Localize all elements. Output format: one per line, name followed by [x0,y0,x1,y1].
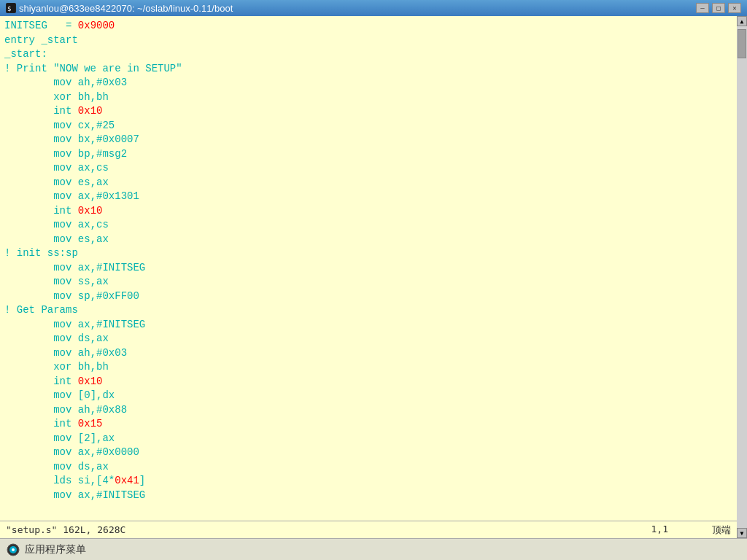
code-editor[interactable]: INITSEG = 0x9000entry _start_start:! Pri… [0,16,737,521]
minimize-button[interactable]: — [696,3,709,13]
scrollbar-thumb[interactable] [738,29,746,58]
editor-area: INITSEG = 0x9000entry _start_start:! Pri… [0,16,737,538]
taskbar-label[interactable]: 应用程序菜单 [25,543,86,556]
code-line: mov cx,#25 [4,119,732,133]
code-line: mov es,ax [4,176,732,190]
terminal-icon: $ [6,3,16,13]
code-line: mov bx,#0x0007 [4,133,732,147]
view-mode: 顶端 [712,524,731,537]
code-line: mov bp,#msg2 [4,147,732,162]
code-line: int 0x15 [4,417,732,432]
taskbar-icon [6,542,20,557]
title-bar: $ shiyanlou@633ee8422070: ~/oslab/linux-… [0,0,747,16]
code-line: ! Print "NOW we are in SETUP" [4,62,732,77]
code-line: lds si,[4*0x41] [4,474,732,489]
code-line: mov ah,#0x03 [4,346,732,361]
code-line: mov [2],ax [4,432,732,446]
scroll-up-button[interactable]: ▲ [737,16,747,26]
code-line: xor bh,bh [4,90,732,105]
code-line: mov ax,#0x0000 [4,446,732,460]
code-line: int 0x10 [4,104,732,119]
code-line: mov ds,ax [4,332,732,346]
status-bar: "setup.s" 162L, 2628C 1,1 顶端 [0,521,737,538]
code-line: ! Get Params [4,303,732,318]
svg-text:$: $ [7,5,11,12]
code-line: mov ah,#0x88 [4,403,732,418]
code-line: ! init ss:sp [4,246,732,261]
cursor-position: 1,1 [651,524,668,537]
code-line: mov es,ax [4,233,732,247]
code-line: entry _start [4,34,732,48]
code-line: mov ds,ax [4,460,732,475]
code-line: mov ax,#INITSEG [4,318,732,332]
main-area: INITSEG = 0x9000entry _start_start:! Pri… [0,16,747,538]
scroll-down-button[interactable]: ▼ [737,528,747,538]
code-line: mov ax,#INITSEG [4,261,732,276]
code-line: mov ah,#0x03 [4,76,732,90]
code-line: _start: [4,47,732,62]
code-line: mov ax,cs [4,161,732,176]
code-line: mov ax,cs [4,218,732,233]
file-info: "setup.s" 162L, 2628C [6,524,651,535]
code-line: int 0x10 [4,375,732,389]
code-line: mov ax,#INITSEG [4,489,732,503]
code-line: xor bh,bh [4,360,732,375]
close-button[interactable]: ✕ [728,3,741,13]
maximize-button[interactable]: □ [712,3,725,13]
code-line: mov [0],dx [4,389,732,403]
svg-point-4 [12,548,15,551]
cursor-info: 1,1 顶端 [651,524,731,537]
code-line: int 0x10 [4,204,732,219]
title-bar-left: $ shiyanlou@633ee8422070: ~/oslab/linux-… [6,3,233,14]
code-line: mov ss,ax [4,275,732,289]
code-line: mov sp,#0xFF00 [4,289,732,304]
window-controls: — □ ✕ [696,3,741,13]
vertical-scrollbar[interactable]: ▲ ▼ [737,16,747,538]
window-title: shiyanlou@633ee8422070: ~/oslab/linux-0.… [19,3,233,14]
taskbar: 应用程序菜单 [0,538,747,560]
code-line: mov ax,#0x1301 [4,190,732,204]
code-line: INITSEG = 0x9000 [4,19,732,34]
